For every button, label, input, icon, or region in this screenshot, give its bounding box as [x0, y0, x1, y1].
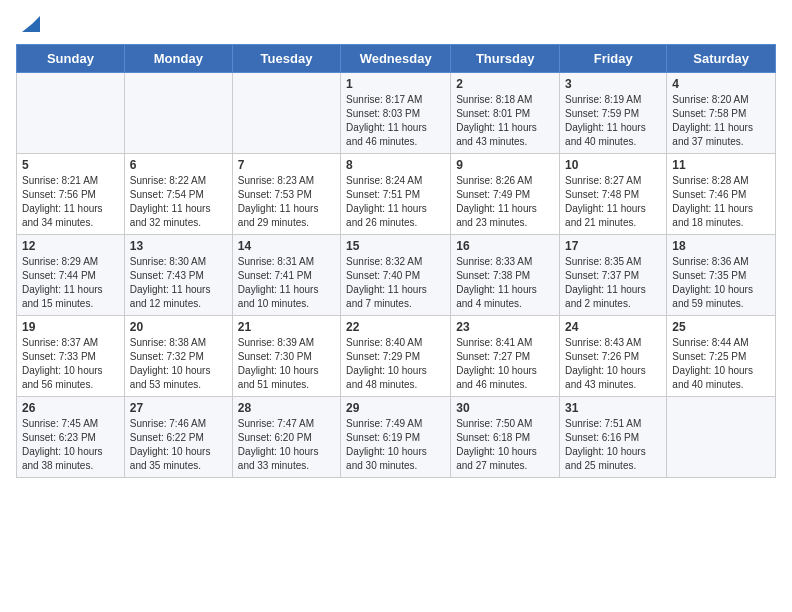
calendar-cell: 3Sunrise: 8:19 AM Sunset: 7:59 PM Daylig… [560, 73, 667, 154]
calendar-cell: 17Sunrise: 8:35 AM Sunset: 7:37 PM Dayli… [560, 235, 667, 316]
calendar-cell: 30Sunrise: 7:50 AM Sunset: 6:18 PM Dayli… [451, 397, 560, 478]
calendar-table: SundayMondayTuesdayWednesdayThursdayFrid… [16, 44, 776, 478]
calendar-header-row: SundayMondayTuesdayWednesdayThursdayFrid… [17, 45, 776, 73]
day-number: 20 [130, 320, 227, 334]
weekday-header-wednesday: Wednesday [341, 45, 451, 73]
day-number: 30 [456, 401, 554, 415]
day-number: 7 [238, 158, 335, 172]
calendar-cell [17, 73, 125, 154]
cell-text: Sunrise: 8:36 AM Sunset: 7:35 PM Dayligh… [672, 255, 770, 311]
cell-text: Sunrise: 8:40 AM Sunset: 7:29 PM Dayligh… [346, 336, 445, 392]
cell-text: Sunrise: 7:45 AM Sunset: 6:23 PM Dayligh… [22, 417, 119, 473]
calendar-cell: 20Sunrise: 8:38 AM Sunset: 7:32 PM Dayli… [124, 316, 232, 397]
logo-icon [18, 14, 40, 36]
cell-text: Sunrise: 8:26 AM Sunset: 7:49 PM Dayligh… [456, 174, 554, 230]
cell-text: Sunrise: 8:41 AM Sunset: 7:27 PM Dayligh… [456, 336, 554, 392]
calendar-cell: 19Sunrise: 8:37 AM Sunset: 7:33 PM Dayli… [17, 316, 125, 397]
day-number: 17 [565, 239, 661, 253]
calendar-cell: 27Sunrise: 7:46 AM Sunset: 6:22 PM Dayli… [124, 397, 232, 478]
calendar-cell: 21Sunrise: 8:39 AM Sunset: 7:30 PM Dayli… [232, 316, 340, 397]
day-number: 25 [672, 320, 770, 334]
calendar-cell: 28Sunrise: 7:47 AM Sunset: 6:20 PM Dayli… [232, 397, 340, 478]
calendar-cell: 22Sunrise: 8:40 AM Sunset: 7:29 PM Dayli… [341, 316, 451, 397]
calendar-cell [667, 397, 776, 478]
calendar-cell: 9Sunrise: 8:26 AM Sunset: 7:49 PM Daylig… [451, 154, 560, 235]
day-number: 6 [130, 158, 227, 172]
calendar-cell: 26Sunrise: 7:45 AM Sunset: 6:23 PM Dayli… [17, 397, 125, 478]
cell-text: Sunrise: 8:38 AM Sunset: 7:32 PM Dayligh… [130, 336, 227, 392]
day-number: 31 [565, 401, 661, 415]
logo [16, 14, 40, 36]
day-number: 3 [565, 77, 661, 91]
calendar-cell: 13Sunrise: 8:30 AM Sunset: 7:43 PM Dayli… [124, 235, 232, 316]
weekday-header-sunday: Sunday [17, 45, 125, 73]
calendar-cell: 4Sunrise: 8:20 AM Sunset: 7:58 PM Daylig… [667, 73, 776, 154]
calendar-cell: 24Sunrise: 8:43 AM Sunset: 7:26 PM Dayli… [560, 316, 667, 397]
calendar-cell: 2Sunrise: 8:18 AM Sunset: 8:01 PM Daylig… [451, 73, 560, 154]
calendar-cell: 16Sunrise: 8:33 AM Sunset: 7:38 PM Dayli… [451, 235, 560, 316]
day-number: 12 [22, 239, 119, 253]
cell-text: Sunrise: 8:44 AM Sunset: 7:25 PM Dayligh… [672, 336, 770, 392]
calendar-cell [232, 73, 340, 154]
cell-text: Sunrise: 8:32 AM Sunset: 7:40 PM Dayligh… [346, 255, 445, 311]
svg-marker-0 [22, 16, 40, 32]
weekday-header-thursday: Thursday [451, 45, 560, 73]
day-number: 28 [238, 401, 335, 415]
cell-text: Sunrise: 8:21 AM Sunset: 7:56 PM Dayligh… [22, 174, 119, 230]
page: SundayMondayTuesdayWednesdayThursdayFrid… [0, 0, 792, 612]
calendar-cell: 11Sunrise: 8:28 AM Sunset: 7:46 PM Dayli… [667, 154, 776, 235]
calendar-cell [124, 73, 232, 154]
calendar-cell: 7Sunrise: 8:23 AM Sunset: 7:53 PM Daylig… [232, 154, 340, 235]
calendar-cell: 29Sunrise: 7:49 AM Sunset: 6:19 PM Dayli… [341, 397, 451, 478]
calendar-cell: 1Sunrise: 8:17 AM Sunset: 8:03 PM Daylig… [341, 73, 451, 154]
cell-text: Sunrise: 7:51 AM Sunset: 6:16 PM Dayligh… [565, 417, 661, 473]
cell-text: Sunrise: 8:31 AM Sunset: 7:41 PM Dayligh… [238, 255, 335, 311]
calendar-cell: 14Sunrise: 8:31 AM Sunset: 7:41 PM Dayli… [232, 235, 340, 316]
cell-text: Sunrise: 8:33 AM Sunset: 7:38 PM Dayligh… [456, 255, 554, 311]
weekday-header-tuesday: Tuesday [232, 45, 340, 73]
day-number: 26 [22, 401, 119, 415]
day-number: 16 [456, 239, 554, 253]
calendar-week-row: 26Sunrise: 7:45 AM Sunset: 6:23 PM Dayli… [17, 397, 776, 478]
day-number: 18 [672, 239, 770, 253]
cell-text: Sunrise: 7:50 AM Sunset: 6:18 PM Dayligh… [456, 417, 554, 473]
calendar-week-row: 12Sunrise: 8:29 AM Sunset: 7:44 PM Dayli… [17, 235, 776, 316]
calendar-cell: 23Sunrise: 8:41 AM Sunset: 7:27 PM Dayli… [451, 316, 560, 397]
cell-text: Sunrise: 8:18 AM Sunset: 8:01 PM Dayligh… [456, 93, 554, 149]
calendar-week-row: 5Sunrise: 8:21 AM Sunset: 7:56 PM Daylig… [17, 154, 776, 235]
calendar-cell: 6Sunrise: 8:22 AM Sunset: 7:54 PM Daylig… [124, 154, 232, 235]
day-number: 4 [672, 77, 770, 91]
cell-text: Sunrise: 8:37 AM Sunset: 7:33 PM Dayligh… [22, 336, 119, 392]
day-number: 22 [346, 320, 445, 334]
cell-text: Sunrise: 8:35 AM Sunset: 7:37 PM Dayligh… [565, 255, 661, 311]
day-number: 24 [565, 320, 661, 334]
calendar-cell: 8Sunrise: 8:24 AM Sunset: 7:51 PM Daylig… [341, 154, 451, 235]
calendar-cell: 25Sunrise: 8:44 AM Sunset: 7:25 PM Dayli… [667, 316, 776, 397]
cell-text: Sunrise: 8:23 AM Sunset: 7:53 PM Dayligh… [238, 174, 335, 230]
cell-text: Sunrise: 8:27 AM Sunset: 7:48 PM Dayligh… [565, 174, 661, 230]
cell-text: Sunrise: 8:29 AM Sunset: 7:44 PM Dayligh… [22, 255, 119, 311]
cell-text: Sunrise: 8:43 AM Sunset: 7:26 PM Dayligh… [565, 336, 661, 392]
day-number: 21 [238, 320, 335, 334]
day-number: 1 [346, 77, 445, 91]
calendar-cell: 31Sunrise: 7:51 AM Sunset: 6:16 PM Dayli… [560, 397, 667, 478]
cell-text: Sunrise: 8:17 AM Sunset: 8:03 PM Dayligh… [346, 93, 445, 149]
day-number: 5 [22, 158, 119, 172]
cell-text: Sunrise: 7:49 AM Sunset: 6:19 PM Dayligh… [346, 417, 445, 473]
day-number: 8 [346, 158, 445, 172]
header [16, 10, 776, 36]
calendar-cell: 18Sunrise: 8:36 AM Sunset: 7:35 PM Dayli… [667, 235, 776, 316]
calendar-week-row: 1Sunrise: 8:17 AM Sunset: 8:03 PM Daylig… [17, 73, 776, 154]
weekday-header-friday: Friday [560, 45, 667, 73]
cell-text: Sunrise: 8:20 AM Sunset: 7:58 PM Dayligh… [672, 93, 770, 149]
day-number: 13 [130, 239, 227, 253]
cell-text: Sunrise: 8:22 AM Sunset: 7:54 PM Dayligh… [130, 174, 227, 230]
weekday-header-monday: Monday [124, 45, 232, 73]
day-number: 15 [346, 239, 445, 253]
day-number: 11 [672, 158, 770, 172]
cell-text: Sunrise: 8:39 AM Sunset: 7:30 PM Dayligh… [238, 336, 335, 392]
calendar-week-row: 19Sunrise: 8:37 AM Sunset: 7:33 PM Dayli… [17, 316, 776, 397]
day-number: 9 [456, 158, 554, 172]
cell-text: Sunrise: 7:47 AM Sunset: 6:20 PM Dayligh… [238, 417, 335, 473]
calendar-cell: 12Sunrise: 8:29 AM Sunset: 7:44 PM Dayli… [17, 235, 125, 316]
